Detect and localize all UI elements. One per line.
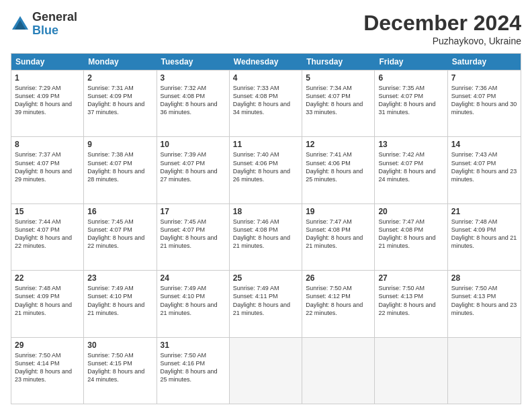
day-info: Sunrise: 7:36 AMSunset: 4:07 PMDaylight:… bbox=[451, 84, 517, 117]
day-number: 21 bbox=[451, 207, 517, 216]
day-cell: 19Sunrise: 7:47 AMSunset: 4:08 PMDayligh… bbox=[302, 204, 375, 270]
day-number: 26 bbox=[306, 273, 371, 283]
day-header: Friday bbox=[375, 54, 447, 70]
day-number: 2 bbox=[87, 73, 152, 83]
empty-cell bbox=[448, 338, 521, 404]
empty-cell bbox=[375, 338, 447, 404]
day-info: Sunrise: 7:50 AMSunset: 4:16 PMDaylight:… bbox=[161, 351, 226, 384]
day-number: 30 bbox=[87, 340, 152, 350]
calendar-week: 15Sunrise: 7:44 AMSunset: 4:07 PMDayligh… bbox=[11, 203, 521, 270]
day-cell: 26Sunrise: 7:50 AMSunset: 4:12 PMDayligh… bbox=[302, 271, 375, 336]
calendar-week: 29Sunrise: 7:50 AMSunset: 4:14 PMDayligh… bbox=[11, 337, 521, 404]
day-number: 19 bbox=[306, 207, 371, 216]
logo-icon bbox=[11, 15, 30, 34]
day-cell: 20Sunrise: 7:47 AMSunset: 4:08 PMDayligh… bbox=[375, 204, 447, 270]
day-cell: 5Sunrise: 7:34 AMSunset: 4:07 PMDaylight… bbox=[302, 71, 375, 136]
day-cell: 23Sunrise: 7:49 AMSunset: 4:10 PMDayligh… bbox=[84, 271, 157, 336]
empty-cell bbox=[302, 338, 375, 404]
day-cell: 31Sunrise: 7:50 AMSunset: 4:16 PMDayligh… bbox=[157, 338, 230, 404]
day-header: Monday bbox=[84, 54, 157, 70]
day-info: Sunrise: 7:45 AMSunset: 4:07 PMDaylight:… bbox=[87, 218, 152, 250]
day-cell: 25Sunrise: 7:49 AMSunset: 4:11 PMDayligh… bbox=[230, 271, 302, 336]
day-cell: 28Sunrise: 7:50 AMSunset: 4:13 PMDayligh… bbox=[448, 271, 521, 336]
day-cell: 10Sunrise: 7:39 AMSunset: 4:07 PMDayligh… bbox=[157, 137, 230, 203]
day-cell: 13Sunrise: 7:42 AMSunset: 4:07 PMDayligh… bbox=[375, 137, 447, 203]
calendar-header: SundayMondayTuesdayWednesdayThursdayFrid… bbox=[11, 54, 521, 70]
day-number: 25 bbox=[233, 273, 298, 283]
day-info: Sunrise: 7:45 AMSunset: 4:07 PMDaylight:… bbox=[161, 218, 226, 250]
day-cell: 2Sunrise: 7:31 AMSunset: 4:09 PMDaylight… bbox=[84, 71, 157, 136]
day-info: Sunrise: 7:31 AMSunset: 4:09 PMDaylight:… bbox=[87, 84, 152, 117]
title-block: December 2024 Puzhaykovo, Ukraine bbox=[363, 11, 521, 46]
day-info: Sunrise: 7:47 AMSunset: 4:08 PMDaylight:… bbox=[378, 218, 443, 250]
day-info: Sunrise: 7:50 AMSunset: 4:15 PMDaylight:… bbox=[87, 351, 152, 384]
day-number: 12 bbox=[306, 140, 371, 149]
logo: General Blue bbox=[11, 11, 77, 38]
day-cell: 1Sunrise: 7:29 AMSunset: 4:09 PMDaylight… bbox=[11, 71, 84, 136]
day-cell: 24Sunrise: 7:49 AMSunset: 4:10 PMDayligh… bbox=[157, 271, 230, 336]
day-number: 17 bbox=[161, 207, 226, 216]
day-cell: 6Sunrise: 7:35 AMSunset: 4:07 PMDaylight… bbox=[375, 71, 447, 136]
logo-blue: Blue bbox=[32, 24, 77, 38]
day-number: 11 bbox=[233, 140, 298, 149]
day-number: 8 bbox=[15, 140, 80, 149]
day-header: Tuesday bbox=[157, 54, 230, 70]
calendar-week: 1Sunrise: 7:29 AMSunset: 4:09 PMDaylight… bbox=[11, 70, 521, 136]
day-info: Sunrise: 7:35 AMSunset: 4:07 PMDaylight:… bbox=[378, 84, 443, 117]
logo-text: General Blue bbox=[32, 11, 77, 38]
day-info: Sunrise: 7:39 AMSunset: 4:07 PMDaylight:… bbox=[161, 150, 226, 183]
day-info: Sunrise: 7:46 AMSunset: 4:08 PMDaylight:… bbox=[233, 218, 298, 250]
page: General Blue December 2024 Puzhaykovo, U… bbox=[0, 0, 532, 411]
day-number: 22 bbox=[15, 273, 80, 283]
location: Puzhaykovo, Ukraine bbox=[363, 36, 521, 46]
day-info: Sunrise: 7:38 AMSunset: 4:07 PMDaylight:… bbox=[87, 150, 152, 183]
day-number: 10 bbox=[161, 140, 226, 149]
day-number: 20 bbox=[378, 207, 443, 216]
day-number: 18 bbox=[233, 207, 298, 216]
day-number: 14 bbox=[451, 140, 517, 149]
day-info: Sunrise: 7:48 AMSunset: 4:09 PMDaylight:… bbox=[451, 218, 517, 250]
day-cell: 7Sunrise: 7:36 AMSunset: 4:07 PMDaylight… bbox=[448, 71, 521, 136]
day-cell: 22Sunrise: 7:48 AMSunset: 4:09 PMDayligh… bbox=[11, 271, 84, 336]
day-info: Sunrise: 7:34 AMSunset: 4:07 PMDaylight:… bbox=[306, 84, 371, 117]
day-cell: 30Sunrise: 7:50 AMSunset: 4:15 PMDayligh… bbox=[84, 338, 157, 404]
day-info: Sunrise: 7:41 AMSunset: 4:06 PMDaylight:… bbox=[306, 150, 371, 183]
day-info: Sunrise: 7:50 AMSunset: 4:13 PMDaylight:… bbox=[451, 284, 517, 317]
day-cell: 18Sunrise: 7:46 AMSunset: 4:08 PMDayligh… bbox=[230, 204, 302, 270]
day-cell: 16Sunrise: 7:45 AMSunset: 4:07 PMDayligh… bbox=[84, 204, 157, 270]
day-cell: 9Sunrise: 7:38 AMSunset: 4:07 PMDaylight… bbox=[84, 137, 157, 203]
day-header: Thursday bbox=[302, 54, 375, 70]
day-number: 5 bbox=[306, 73, 371, 83]
day-info: Sunrise: 7:50 AMSunset: 4:14 PMDaylight:… bbox=[15, 351, 80, 384]
day-cell: 14Sunrise: 7:43 AMSunset: 4:07 PMDayligh… bbox=[448, 137, 521, 203]
day-cell: 29Sunrise: 7:50 AMSunset: 4:14 PMDayligh… bbox=[11, 338, 84, 404]
day-number: 27 bbox=[378, 273, 443, 283]
day-info: Sunrise: 7:32 AMSunset: 4:08 PMDaylight:… bbox=[161, 84, 226, 117]
day-number: 3 bbox=[161, 73, 226, 83]
day-number: 15 bbox=[15, 207, 80, 216]
day-info: Sunrise: 7:40 AMSunset: 4:06 PMDaylight:… bbox=[233, 150, 298, 183]
day-header: Sunday bbox=[11, 54, 84, 70]
day-number: 13 bbox=[378, 140, 443, 149]
day-cell: 12Sunrise: 7:41 AMSunset: 4:06 PMDayligh… bbox=[302, 137, 375, 203]
empty-cell bbox=[230, 338, 302, 404]
day-info: Sunrise: 7:50 AMSunset: 4:13 PMDaylight:… bbox=[378, 284, 443, 317]
day-info: Sunrise: 7:29 AMSunset: 4:09 PMDaylight:… bbox=[15, 84, 80, 117]
day-info: Sunrise: 7:43 AMSunset: 4:07 PMDaylight:… bbox=[451, 150, 517, 183]
month-title: December 2024 bbox=[363, 11, 521, 36]
day-info: Sunrise: 7:42 AMSunset: 4:07 PMDaylight:… bbox=[378, 150, 443, 183]
logo-general: General bbox=[32, 11, 77, 24]
day-info: Sunrise: 7:50 AMSunset: 4:12 PMDaylight:… bbox=[306, 284, 371, 317]
day-number: 6 bbox=[378, 73, 443, 83]
day-info: Sunrise: 7:47 AMSunset: 4:08 PMDaylight:… bbox=[306, 218, 371, 250]
day-number: 31 bbox=[161, 340, 226, 350]
day-header: Saturday bbox=[448, 54, 521, 70]
day-number: 29 bbox=[15, 340, 80, 350]
day-cell: 21Sunrise: 7:48 AMSunset: 4:09 PMDayligh… bbox=[448, 204, 521, 270]
day-number: 1 bbox=[15, 73, 80, 83]
day-number: 4 bbox=[233, 73, 298, 83]
day-number: 9 bbox=[87, 140, 152, 149]
day-cell: 8Sunrise: 7:37 AMSunset: 4:07 PMDaylight… bbox=[11, 137, 84, 203]
calendar-week: 22Sunrise: 7:48 AMSunset: 4:09 PMDayligh… bbox=[11, 270, 521, 336]
day-cell: 17Sunrise: 7:45 AMSunset: 4:07 PMDayligh… bbox=[157, 204, 230, 270]
